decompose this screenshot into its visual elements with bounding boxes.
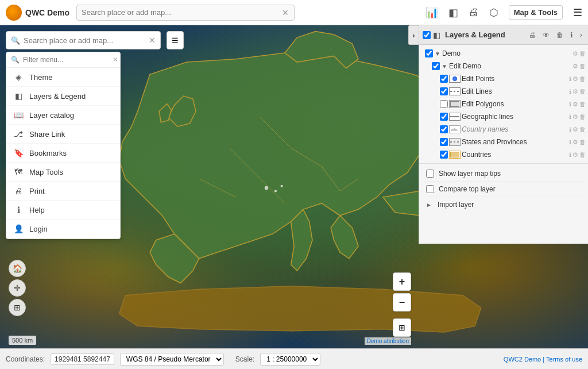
panel-expand-icon[interactable]: › bbox=[578, 30, 585, 40]
edit-polygons-info[interactable]: ℹ bbox=[569, 101, 571, 107]
screenshot-button[interactable]: ⊞ bbox=[393, 318, 411, 337]
country-names-settings-icon[interactable]: ⚙ bbox=[572, 126, 578, 133]
nav-extra-button[interactable]: ⊞ bbox=[9, 299, 26, 316]
edit-polygons-settings-icon[interactable]: ⚙ bbox=[572, 101, 578, 108]
country-names-info[interactable]: ℹ bbox=[569, 126, 571, 133]
demo-expand-icon[interactable]: ▼ bbox=[434, 51, 441, 57]
hamburger-menu-icon[interactable]: ☰ bbox=[573, 6, 582, 19]
geo-lines-trash-icon[interactable]: 🗑 bbox=[579, 113, 586, 121]
left-search-input[interactable] bbox=[24, 36, 145, 45]
states-settings-icon[interactable]: ⚙ bbox=[572, 139, 578, 146]
menu-item-maptools[interactable]: 🗺 Map Tools bbox=[6, 163, 120, 182]
show-layer-tips-checkbox[interactable] bbox=[426, 170, 434, 178]
print-icon[interactable]: 🖨 bbox=[469, 6, 479, 18]
zoom-in-button[interactable]: + bbox=[393, 272, 411, 291]
left-search-clear-icon[interactable]: ✕ bbox=[149, 36, 156, 45]
stats-icon[interactable]: 📊 bbox=[425, 6, 438, 19]
panel-expand-button[interactable]: › bbox=[408, 25, 419, 45]
countries-trash-icon[interactable]: 🗑 bbox=[579, 151, 586, 159]
edit-demo-trash-icon[interactable]: 🗑 bbox=[579, 63, 586, 70]
layer-checkbox-edit-points[interactable] bbox=[440, 75, 448, 83]
edit-lines-trash-icon[interactable]: 🗑 bbox=[579, 88, 586, 95]
layer-row-geo-lines[interactable]: Geographic lines ℹ ⚙ 🗑 bbox=[419, 110, 588, 123]
crs-selector[interactable]: WGS 84 / Pseudo Mercator bbox=[120, 353, 224, 366]
layer-row-states[interactable]: States and Provinces ℹ ⚙ 🗑 bbox=[419, 136, 588, 148]
countries-info[interactable]: ℹ bbox=[569, 152, 571, 158]
states-info[interactable]: ℹ bbox=[569, 139, 571, 145]
states-icon bbox=[449, 138, 461, 146]
layer-row-edit-lines[interactable]: Edit Lines ℹ ⚙ 🗑 bbox=[419, 85, 588, 98]
svg-point-9 bbox=[281, 185, 283, 187]
menu-item-login[interactable]: 👤 Login bbox=[6, 220, 120, 239]
countries-settings-icon[interactable]: ⚙ bbox=[572, 151, 578, 159]
map-tools-button[interactable]: Map & Tools bbox=[509, 5, 563, 20]
country-names-trash-icon[interactable]: 🗑 bbox=[579, 126, 586, 133]
terms-link[interactable]: Terms of use bbox=[546, 356, 582, 363]
map-attribution-overlay[interactable]: Demo attribution bbox=[365, 337, 411, 345]
scale-selector[interactable]: 1 : 25000000 bbox=[260, 353, 320, 366]
home-button[interactable]: 🏠 bbox=[9, 260, 26, 277]
left-menu-toggle-button[interactable]: ☰ bbox=[167, 31, 184, 49]
zoom-out-button[interactable]: − bbox=[393, 293, 411, 312]
menu-item-print[interactable]: 🖨 Print bbox=[6, 182, 120, 201]
panel-master-checkbox[interactable] bbox=[423, 31, 431, 39]
layer-checkbox-demo[interactable] bbox=[425, 49, 433, 57]
filter-menu-input[interactable] bbox=[23, 56, 109, 64]
edit-polygons-trash-icon[interactable]: 🗑 bbox=[579, 101, 586, 108]
panel-options: Show layer map tips Compare top layer ► … bbox=[419, 163, 588, 214]
panel-eye-icon[interactable]: 👁 bbox=[540, 30, 552, 40]
edit-demo-settings-icon[interactable]: ⚙ bbox=[572, 63, 578, 70]
geo-lines-info[interactable]: ℹ bbox=[569, 114, 571, 120]
coordinates-label: Coordinates: bbox=[6, 355, 45, 363]
demo-trash-icon[interactable]: 🗑 bbox=[579, 50, 586, 57]
edit-points-settings-icon[interactable]: ⚙ bbox=[572, 75, 578, 83]
layer-label-geo-lines: Geographic lines bbox=[462, 113, 568, 121]
print-menu-icon: 🖨 bbox=[13, 186, 24, 195]
attribution-link[interactable]: QWC2 Demo | Terms of use bbox=[504, 356, 582, 363]
edit-demo-expand-icon[interactable]: ▼ bbox=[441, 63, 448, 70]
show-layer-tips-row[interactable]: Show layer map tips bbox=[424, 166, 583, 182]
layer-row-demo[interactable]: ▼ Demo ⚙ 🗑 bbox=[419, 47, 588, 60]
edit-lines-info[interactable]: ℹ bbox=[569, 89, 571, 95]
menu-item-layers[interactable]: ◧ Layers & Legend bbox=[6, 87, 120, 106]
maptools-icon: 🗺 bbox=[13, 167, 24, 176]
menu-item-bookmarks[interactable]: 🔖 Bookmarks bbox=[6, 144, 120, 163]
menu-item-theme[interactable]: ◈ Theme bbox=[6, 68, 120, 87]
panel-trash-icon[interactable]: 🗑 bbox=[554, 30, 566, 40]
layer-row-edit-demo[interactable]: ▼ Edit Demo ⚙ 🗑 bbox=[419, 60, 588, 72]
pan-center-button[interactable]: ✛ bbox=[9, 279, 26, 297]
layer-row-country-names[interactable]: abc Country names ℹ ⚙ 🗑 bbox=[419, 123, 588, 136]
layer-row-edit-points[interactable]: Edit Points ℹ ⚙ 🗑 bbox=[419, 72, 588, 85]
layer-checkbox-edit-lines[interactable] bbox=[440, 87, 448, 95]
layer-checkbox-country-names[interactable] bbox=[440, 125, 448, 133]
menu-item-help[interactable]: ℹ Help bbox=[6, 201, 120, 220]
layer-checkbox-edit-demo[interactable] bbox=[432, 62, 440, 70]
map-attribution-text: Demo attribution bbox=[367, 338, 409, 344]
edit-points-trash-icon[interactable]: 🗑 bbox=[579, 75, 586, 83]
panel-print-icon[interactable]: 🖨 bbox=[527, 30, 538, 40]
edit-lines-settings-icon[interactable]: ⚙ bbox=[572, 88, 578, 95]
layer-checkbox-geo-lines[interactable] bbox=[440, 113, 448, 121]
layer-checkbox-countries[interactable] bbox=[440, 151, 448, 159]
compare-top-checkbox[interactable] bbox=[426, 185, 434, 193]
menu-dropdown: 🔍 ✕ ◈ Theme ◧ Layers & Legend 📖 Layer ca… bbox=[6, 52, 121, 239]
top-search-clear-icon[interactable]: ✕ bbox=[282, 8, 289, 17]
menu-item-share[interactable]: ⎇ Share Link bbox=[6, 125, 120, 144]
import-layer-row[interactable]: ► Import layer bbox=[424, 197, 583, 212]
layer-checkbox-edit-polygons[interactable] bbox=[440, 100, 448, 108]
demo-settings-icon[interactable]: ⚙ bbox=[572, 50, 578, 57]
menu-item-print-label: Print bbox=[29, 187, 45, 195]
states-trash-icon[interactable]: 🗑 bbox=[579, 139, 586, 146]
top-search-input[interactable] bbox=[76, 5, 295, 21]
panel-info-icon[interactable]: ℹ bbox=[568, 30, 575, 40]
geo-lines-settings-icon[interactable]: ⚙ bbox=[572, 113, 578, 121]
menu-item-catalog[interactable]: 📖 Layer catalog bbox=[6, 106, 120, 125]
edit-points-info[interactable]: ℹ bbox=[569, 76, 571, 82]
layer-checkbox-states[interactable] bbox=[440, 138, 448, 146]
filter-clear-icon[interactable]: ✕ bbox=[113, 56, 118, 64]
layer-row-edit-polygons[interactable]: Edit Polygons ℹ ⚙ 🗑 bbox=[419, 98, 588, 110]
layers-icon[interactable]: ◧ bbox=[448, 6, 458, 19]
share-icon[interactable]: ⬡ bbox=[489, 6, 498, 19]
compare-top-row[interactable]: Compare top layer bbox=[424, 182, 583, 197]
layer-row-countries[interactable]: Countries ℹ ⚙ 🗑 bbox=[419, 148, 588, 161]
